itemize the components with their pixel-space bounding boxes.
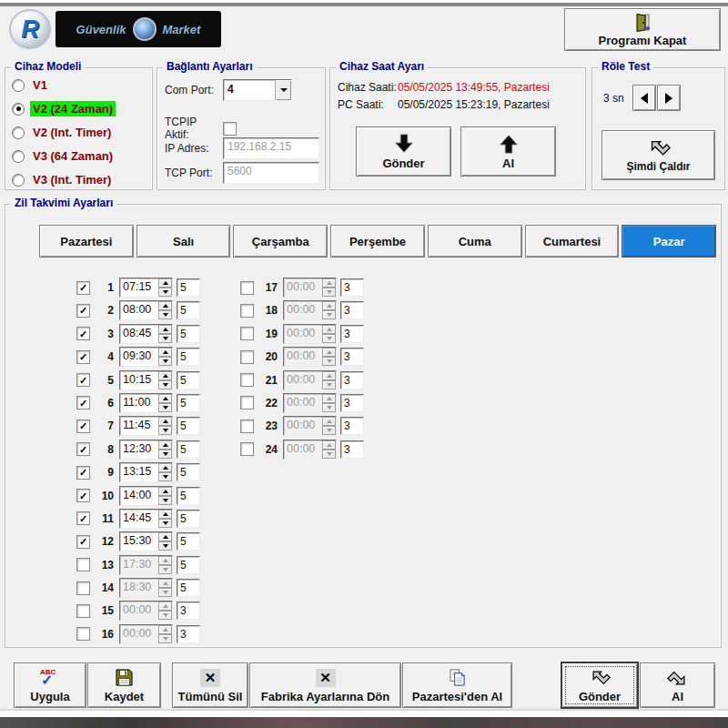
row-10-enabled-checkbox[interactable]: ✓	[76, 489, 90, 502]
spinner-up-button[interactable]	[158, 625, 172, 634]
row-2-time-spinner[interactable]: 08:00	[119, 300, 173, 320]
model-option-2[interactable]: V2 (24 Zaman)	[5, 97, 152, 120]
row-4-enabled-checkbox[interactable]: ✓	[76, 350, 90, 364]
day-tab-3[interactable]: Çarşamba	[233, 225, 328, 258]
spinner-down-button[interactable]	[158, 519, 172, 528]
spinner-down-button[interactable]	[158, 288, 172, 297]
row-13-duration-field[interactable]: 5	[177, 556, 200, 574]
model-option-4[interactable]: V3 (64 Zaman)	[5, 145, 152, 167]
row-15-time-spinner[interactable]: 00:00	[119, 601, 173, 621]
row-11-time-spinner[interactable]: 14:45	[119, 509, 173, 529]
row-23-enabled-checkbox[interactable]	[240, 420, 254, 433]
model-option-3[interactable]: V2 (Int. Timer)	[5, 121, 152, 144]
spinner-up-button[interactable]	[158, 394, 172, 403]
row-20-time-spinner[interactable]: 00:00	[283, 347, 337, 367]
ip-address-field[interactable]: 192.168.2.15	[223, 137, 319, 159]
row-19-duration-field[interactable]: 3	[340, 325, 364, 343]
row-19-enabled-checkbox[interactable]	[240, 327, 254, 340]
spinner-down-button[interactable]	[322, 334, 336, 343]
spinner-down-button[interactable]	[158, 588, 172, 597]
spinner-up-button[interactable]	[158, 278, 172, 288]
row-13-time-spinner[interactable]: 17:30	[119, 555, 173, 575]
spinner-down-button[interactable]	[322, 380, 336, 389]
row-9-duration-field[interactable]: 5	[177, 463, 200, 481]
row-4-time-spinner[interactable]: 09:30	[119, 347, 173, 367]
spinner-up-button[interactable]	[158, 579, 172, 588]
row-6-enabled-checkbox[interactable]: ✓	[76, 396, 90, 410]
row-12-time-spinner[interactable]: 15:30	[119, 531, 173, 551]
row-9-time-spinner[interactable]: 13:15	[119, 462, 173, 482]
row-17-duration-field[interactable]: 3	[340, 278, 364, 297]
spinner-down-button[interactable]	[322, 450, 336, 459]
spinner-down-button[interactable]	[158, 634, 172, 643]
spinner-down-button[interactable]	[158, 541, 172, 551]
spinner-up-button[interactable]	[322, 440, 336, 450]
spinner-down-button[interactable]	[158, 403, 172, 412]
spinner-up-button[interactable]	[158, 556, 172, 565]
day-tab-6[interactable]: Cumartesi	[525, 225, 620, 258]
spinner-down-button[interactable]	[158, 450, 172, 459]
day-tab-7[interactable]: Pazar	[622, 225, 716, 258]
relay-duration-increase-button[interactable]	[657, 85, 681, 111]
spinner-down-button[interactable]	[158, 426, 172, 435]
row-24-enabled-checkbox[interactable]	[240, 442, 254, 456]
spinner-up-button[interactable]	[158, 532, 172, 541]
row-13-enabled-checkbox[interactable]	[76, 558, 90, 571]
spinner-down-button[interactable]	[158, 310, 172, 319]
spinner-up-button[interactable]	[158, 602, 172, 611]
row-21-duration-field[interactable]: 3	[340, 371, 364, 389]
row-16-time-spinner[interactable]: 00:00	[119, 624, 173, 644]
apply-button[interactable]: ABC✓ Uygula	[14, 662, 86, 708]
spinner-down-button[interactable]	[158, 565, 172, 574]
row-14-time-spinner[interactable]: 18:30	[119, 578, 173, 598]
spinner-up-button[interactable]	[158, 463, 172, 472]
row-21-time-spinner[interactable]: 00:00	[283, 370, 337, 390]
spinner-down-button[interactable]	[158, 334, 172, 343]
row-18-duration-field[interactable]: 3	[340, 301, 364, 319]
row-22-enabled-checkbox[interactable]	[240, 396, 254, 410]
spinner-down-button[interactable]	[158, 472, 172, 481]
spinner-up-button[interactable]	[322, 301, 336, 310]
spinner-up-button[interactable]	[158, 301, 172, 310]
day-tab-2[interactable]: Salı	[136, 225, 231, 258]
row-20-duration-field[interactable]: 3	[340, 348, 364, 366]
spinner-down-button[interactable]	[322, 288, 336, 297]
row-23-duration-field[interactable]: 3	[340, 417, 364, 435]
day-tab-5[interactable]: Cuma	[428, 225, 522, 258]
save-button[interactable]: Kaydet	[87, 662, 161, 708]
spinner-up-button[interactable]	[322, 325, 336, 334]
row-2-enabled-checkbox[interactable]: ✓	[76, 304, 90, 318]
spinner-down-button[interactable]	[322, 310, 336, 319]
spinner-down-button[interactable]	[322, 426, 336, 435]
row-7-time-spinner[interactable]: 11:45	[119, 416, 173, 436]
send-schedule-button[interactable]: Gönder	[561, 662, 638, 708]
row-24-time-spinner[interactable]: 00:00	[283, 440, 337, 460]
spinner-up-button[interactable]	[322, 417, 336, 426]
row-1-enabled-checkbox[interactable]: ✓	[76, 281, 90, 295]
row-12-duration-field[interactable]: 5	[177, 532, 200, 551]
row-18-enabled-checkbox[interactable]	[240, 304, 254, 318]
relay-duration-decrease-button[interactable]	[632, 85, 656, 111]
spinner-up-button[interactable]	[158, 510, 172, 519]
row-1-time-spinner[interactable]: 07:15	[119, 278, 173, 298]
row-8-time-spinner[interactable]: 12:30	[119, 440, 173, 460]
row-18-time-spinner[interactable]: 00:00	[283, 300, 337, 320]
spinner-down-button[interactable]	[322, 357, 336, 366]
spinner-down-button[interactable]	[158, 380, 172, 389]
com-port-select[interactable]: 4	[223, 79, 292, 101]
row-3-duration-field[interactable]: 5	[177, 325, 200, 343]
row-11-enabled-checkbox[interactable]: ✓	[76, 511, 90, 525]
row-16-duration-field[interactable]: 3	[177, 625, 200, 643]
spinner-up-button[interactable]	[322, 394, 336, 403]
row-20-enabled-checkbox[interactable]	[240, 350, 254, 364]
row-24-duration-field[interactable]: 3	[340, 440, 364, 459]
spinner-up-button[interactable]	[158, 417, 172, 426]
row-6-duration-field[interactable]: 5	[177, 394, 200, 412]
row-10-duration-field[interactable]: 5	[177, 487, 200, 505]
spinner-down-button[interactable]	[158, 357, 172, 366]
row-9-enabled-checkbox[interactable]: ✓	[76, 466, 90, 480]
row-14-duration-field[interactable]: 5	[177, 579, 200, 597]
row-22-duration-field[interactable]: 3	[340, 394, 364, 412]
row-14-enabled-checkbox[interactable]	[76, 581, 90, 595]
spinner-up-button[interactable]	[158, 325, 172, 334]
